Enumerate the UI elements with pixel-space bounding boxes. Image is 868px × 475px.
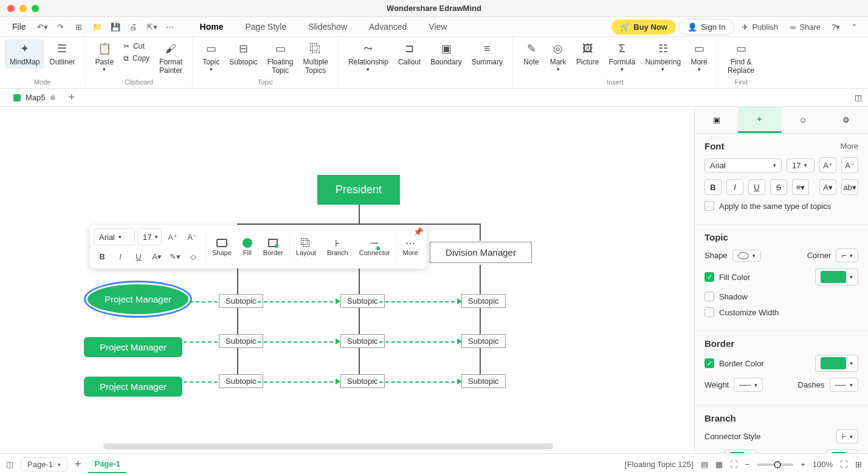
picture-button[interactable]: 🖼Picture [571,39,604,69]
highlight-icon[interactable]: ✎▾ [167,248,184,265]
bold-icon[interactable]: B [94,248,111,265]
zoom-slider[interactable] [757,463,793,466]
node-project-manager-3[interactable]: Project Manager [84,377,182,397]
view-mode-1-icon[interactable]: ▤ [701,460,708,469]
publish-button[interactable]: ✈Publish [737,20,783,34]
font-family-select[interactable]: Arial▾ [704,159,782,173]
more-button[interactable]: ⋯More [398,236,423,258]
subtopic-button[interactable]: ⊟Subtopic [224,39,263,69]
branch-button[interactable]: ⊦Branch [322,236,353,258]
shadow-checkbox[interactable] [704,292,714,301]
border-button[interactable]: Border [258,236,288,258]
font-family-select[interactable]: Arial▾ [94,228,135,245]
font-grow-button[interactable]: A⁺ [819,157,836,173]
page-selector[interactable]: Page-1▾ [21,457,67,471]
underline-button[interactable]: U [748,179,765,195]
subtopic-node[interactable]: Subtopic [461,334,506,348]
share-button[interactable]: ∞Share [785,20,825,34]
panel-tab-outline[interactable]: ▣ [695,107,738,133]
paste-button[interactable]: 📋Paste▾ [90,39,119,75]
font-size-select[interactable]: 17▾ [137,228,162,245]
fit-icon[interactable]: ⛶ [730,460,738,469]
fill-color-select[interactable]: ▾ [815,268,858,285]
zoom-in-button[interactable]: + [801,460,805,469]
node-president[interactable]: President [317,175,400,205]
callout-button[interactable]: ⊐Callout [393,39,425,69]
align-button[interactable]: ≡▾ [792,179,809,195]
subtopic-node[interactable]: Subtopic [340,334,385,348]
file-menu[interactable]: File [6,19,32,34]
add-page-button[interactable]: + [75,458,81,471]
fill-color-checkbox[interactable]: ✓ [704,272,714,282]
minimize-window-icon[interactable] [19,5,27,12]
open-icon[interactable]: 📁 [89,19,105,35]
connector-button[interactable]: ─Connector [354,236,395,258]
close-window-icon[interactable] [7,5,15,12]
zoom-out-button[interactable]: − [745,460,750,469]
tab-slideshow[interactable]: Slideshow [298,18,357,35]
underline-icon[interactable]: U [130,248,147,265]
shape-select[interactable]: ▾ [732,250,761,262]
font-shrink-button[interactable]: A⁻ [841,157,858,173]
formula-button[interactable]: ΣFormula▾ [604,39,640,75]
tab-view[interactable]: View [419,18,456,35]
multiple-topics-button[interactable]: ⿻Multiple Topics [298,39,333,78]
help-icon[interactable]: ?▾ [828,19,844,35]
subtopic-node[interactable]: Subtopic [340,294,385,308]
floating-topic-button[interactable]: ▭Floating Topic [263,39,298,78]
border-color-select[interactable]: ▾ [815,355,858,372]
find-replace-button[interactable]: ▭Find & Replace [723,39,759,78]
boundary-button[interactable]: ▣Boundary [425,39,466,69]
font-shrink-icon[interactable]: A⁻ [184,228,201,245]
fullscreen-icon[interactable]: ⛶ [840,460,848,469]
settings-icon[interactable]: ⊞ [855,460,862,469]
subtopic-node[interactable]: Subtopic [461,374,506,388]
add-tab-button[interactable]: + [69,91,75,104]
corner-select[interactable]: ⌐▾ [836,248,858,262]
subtopic-node[interactable]: Subtopic [461,294,506,308]
tab-advanced[interactable]: Advanced [359,18,416,35]
panel-tab-settings[interactable]: ⚙ [825,107,868,133]
border-color-checkbox[interactable]: ✓ [704,358,714,368]
view-mode-2-icon[interactable]: ▦ [715,460,723,469]
connector-style-select[interactable]: ⊦▾ [836,429,858,443]
collapse-ribbon-icon[interactable]: ⌃ [846,19,862,35]
italic-button[interactable]: I [726,179,743,195]
dashes-select[interactable]: ──▾ [830,378,858,392]
new-icon[interactable]: ⊞ [71,19,87,35]
print-icon[interactable]: 🖨 [126,19,142,35]
font-color-button[interactable]: A▾ [819,179,836,195]
export-icon[interactable]: ⇱▾ [144,19,160,35]
bold-button[interactable]: B [704,179,722,195]
more-qat-icon[interactable]: ⋯ [162,19,178,35]
sidebar-toggle-icon[interactable]: ◫ [6,460,13,469]
format-painter-button[interactable]: 🖌Format Painter [154,39,187,78]
layout-button[interactable]: ⿻Layout [291,236,321,258]
font-size-select[interactable]: 17▾ [787,159,815,173]
cut-button[interactable]: ✂Cut [121,41,152,52]
more-insert-button[interactable]: ▭More▾ [686,39,712,75]
tab-home[interactable]: Home [190,18,233,35]
maximize-window-icon[interactable] [32,5,39,12]
font-more-button[interactable]: More [840,142,858,151]
shape-button[interactable]: Shape [207,236,236,258]
sign-in-button[interactable]: 👤Sign In [678,19,734,35]
apply-same-checkbox[interactable] [704,201,714,211]
tab-page-style[interactable]: Page Style [235,18,296,35]
panel-tab-style[interactable]: ✦ [738,107,781,133]
strikethrough-button[interactable]: S [770,179,787,195]
summary-button[interactable]: ≡Summary [467,39,508,69]
font-color-icon[interactable]: A▾ [148,248,165,265]
subtopic-node[interactable]: Subtopic [340,374,385,388]
copy-button[interactable]: ⧉Copy [121,53,152,64]
save-icon[interactable]: 💾 [108,19,123,35]
mindmap-button[interactable]: ✦MindMap [5,39,44,69]
numbering-button[interactable]: ☷Numbering▾ [640,39,686,75]
pin-icon[interactable]: 📌 [413,227,423,236]
document-tab[interactable]: Map5 [6,91,63,104]
subtopic-node[interactable]: Subtopic [219,294,263,308]
subtopic-node[interactable]: Subtopic [219,334,263,348]
mark-button[interactable]: ◎Mark▾ [545,39,571,75]
page-tab[interactable]: Page-1 [88,456,126,473]
relationship-button[interactable]: ⤳Relationship▾ [343,39,393,75]
